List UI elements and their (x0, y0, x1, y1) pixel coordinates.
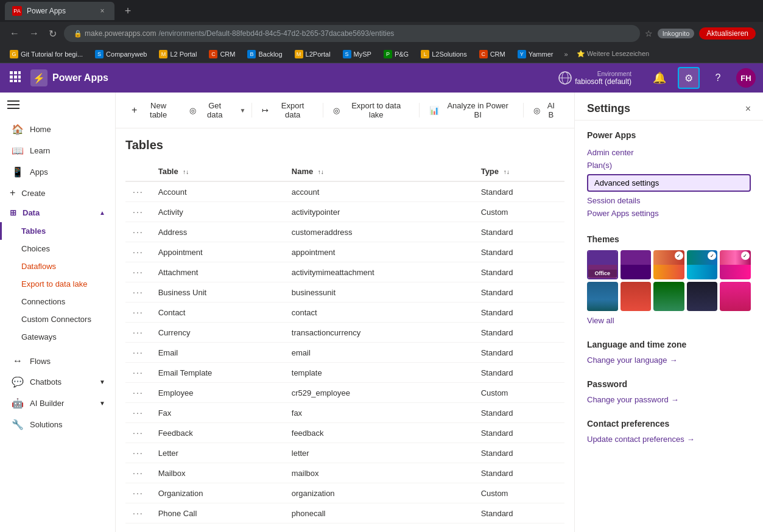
row-context-menu-9[interactable]: ··· (133, 368, 144, 377)
row-context-menu-12[interactable]: ··· (133, 428, 144, 438)
power-apps-settings-link[interactable]: Power Apps settings (587, 207, 751, 220)
row-dots-6[interactable]: ··· (125, 303, 151, 323)
user-avatar[interactable]: FH (736, 68, 756, 88)
bookmarks-more-button[interactable]: » (560, 49, 571, 59)
sidebar-sub-custom-connectors[interactable]: Custom Connectors (0, 310, 115, 328)
row-context-menu-1[interactable]: ··· (133, 207, 144, 217)
sidebar-sub-tables[interactable]: Tables (0, 222, 115, 240)
table-row[interactable]: ··· Feedback feedback Standard (125, 423, 564, 443)
table-row[interactable]: ··· Contact contact Standard (125, 303, 564, 323)
help-button[interactable]: ? (707, 67, 729, 89)
get-data-button[interactable]: ◎ Get data (183, 97, 236, 123)
row-dots-0[interactable]: ··· (125, 181, 151, 202)
table-row[interactable]: ··· Business Unit businessunit Standard (125, 282, 564, 303)
row-dots-7[interactable]: ··· (125, 323, 151, 343)
table-header-type[interactable]: Type ↑↓ (474, 162, 564, 181)
tab-close-btn[interactable]: × (97, 6, 107, 16)
table-row[interactable]: ··· Organization organization Custom (125, 483, 564, 503)
row-dots-14[interactable]: ··· (125, 463, 151, 483)
export-data-button[interactable]: ↦ Export data (256, 97, 318, 123)
theme-sunset[interactable]: ✓ (653, 250, 684, 279)
waffle-menu-icon[interactable] (7, 69, 23, 88)
get-data-chevron[interactable]: ▼ (237, 103, 248, 117)
change-language-link[interactable]: Change your language → (587, 355, 751, 365)
bookmark-pg[interactable]: P P&G (379, 49, 413, 60)
sidebar-item-learn[interactable]: 📖 Learn (0, 140, 115, 161)
table-row[interactable]: ··· Email email Standard (125, 343, 564, 363)
row-dots-12[interactable]: ··· (125, 423, 151, 443)
sidebar-item-ai-builder[interactable]: 🤖 AI Builder ▼ (0, 393, 115, 414)
row-context-menu-10[interactable]: ··· (133, 388, 144, 397)
settings-button[interactable]: ⚙ (678, 67, 700, 89)
table-row[interactable]: ··· Mailbox mailbox Standard (125, 463, 564, 483)
sidebar-sub-choices[interactable]: Choices (0, 240, 115, 257)
sidebar-sub-dataflows[interactable]: Dataflows (0, 257, 115, 275)
sidebar-item-data[interactable]: ⊞ Data ▲ (0, 203, 115, 222)
row-context-menu-2[interactable]: ··· (133, 227, 144, 237)
table-header-name[interactable]: Name ↑↓ (284, 162, 474, 181)
row-context-menu-0[interactable]: ··· (133, 187, 144, 197)
sidebar-sub-export[interactable]: Export to data lake (0, 275, 115, 293)
export-lake-button[interactable]: ◎ Export to data lake (327, 97, 415, 123)
browser-tab[interactable]: PA Power Apps × (5, 2, 114, 20)
table-row[interactable]: ··· Email Template template Standard (125, 363, 564, 383)
row-dots-10[interactable]: ··· (125, 383, 151, 403)
sidebar-item-chatbots[interactable]: 💬 Chatbots ▼ (0, 371, 115, 393)
address-input[interactable]: 🔒 make.powerapps.com /environments/Defau… (64, 25, 640, 42)
session-details-link[interactable]: Session details (587, 194, 751, 207)
theme-blue-nature[interactable] (587, 282, 618, 311)
bookmark-crm1[interactable]: C CRM (204, 49, 240, 60)
ai-button[interactable]: ◎ AI B (527, 97, 564, 123)
new-table-button[interactable]: + New table (125, 97, 182, 123)
sidebar-sub-connections[interactable]: Connections (0, 293, 115, 310)
table-row[interactable]: ··· Activity activitypointer Custom (125, 202, 564, 222)
new-tab-button[interactable]: + (119, 2, 136, 19)
row-dots-3[interactable]: ··· (125, 242, 151, 262)
row-dots-5[interactable]: ··· (125, 282, 151, 303)
bookmark-company[interactable]: S Companyweb (90, 49, 152, 60)
row-context-menu-3[interactable]: ··· (133, 247, 144, 257)
admin-center-link[interactable]: Admin center (587, 146, 751, 159)
bookmark-l2portal2[interactable]: M L2Portal (290, 49, 336, 60)
update-contact-link[interactable]: Update contact preferences → (587, 435, 751, 444)
row-context-menu-7[interactable]: ··· (133, 327, 144, 337)
sidebar-item-solutions[interactable]: 🔧 Solutions (0, 414, 115, 435)
theme-pink2[interactable] (720, 282, 751, 311)
analyze-button[interactable]: 📊 Analyze in Power BI (423, 97, 519, 123)
row-dots-4[interactable]: ··· (125, 262, 151, 282)
refresh-button[interactable]: ↻ (46, 26, 59, 42)
bookmark-star-button[interactable]: ☆ (645, 29, 653, 38)
bookmark-l2solutions[interactable]: L L2Solutions (416, 49, 472, 60)
table-row[interactable]: ··· Phone Call phonecall Standard (125, 503, 564, 523)
name-sort-icon[interactable]: ↑↓ (318, 169, 324, 175)
table-header-table[interactable]: Table ↑↓ (151, 162, 284, 181)
table-row[interactable]: ··· Attachment activitymimeattachment St… (125, 262, 564, 282)
row-context-menu-13[interactable]: ··· (133, 448, 144, 458)
theme-office[interactable]: Office (587, 250, 618, 279)
settings-close-button[interactable]: × (745, 103, 751, 114)
sidebar-item-apps[interactable]: 📱 Apps (0, 161, 115, 183)
sidebar-item-create[interactable]: + Create (0, 183, 115, 203)
notification-button[interactable]: 🔔 (649, 67, 670, 89)
row-dots-8[interactable]: ··· (125, 343, 151, 363)
row-context-menu-11[interactable]: ··· (133, 408, 144, 418)
bookmark-backlog[interactable]: B Backlog (242, 49, 287, 60)
forward-button[interactable]: → (27, 26, 41, 41)
table-row[interactable]: ··· Currency transactioncurrency Standar… (125, 323, 564, 343)
table-row[interactable]: ··· Employee cr529_employee Custom (125, 383, 564, 403)
row-dots-15[interactable]: ··· (125, 483, 151, 503)
row-dots-1[interactable]: ··· (125, 202, 151, 222)
theme-purple[interactable] (621, 250, 652, 279)
row-context-menu-5[interactable]: ··· (133, 287, 144, 297)
update-button[interactable]: Aktualisieren (699, 27, 756, 40)
bookmark-mysp[interactable]: S MySP (338, 49, 376, 60)
row-context-menu-4[interactable]: ··· (133, 267, 144, 277)
table-row[interactable]: ··· Appointment appointment Standard (125, 242, 564, 262)
table-row[interactable]: ··· Letter letter Standard (125, 443, 564, 463)
table-row[interactable]: ··· Fax fax Standard (125, 403, 564, 423)
row-dots-13[interactable]: ··· (125, 443, 151, 463)
table-row[interactable]: ··· Account account Standard (125, 181, 564, 202)
row-context-menu-6[interactable]: ··· (133, 307, 144, 317)
row-context-menu-14[interactable]: ··· (133, 468, 144, 478)
row-dots-9[interactable]: ··· (125, 363, 151, 383)
